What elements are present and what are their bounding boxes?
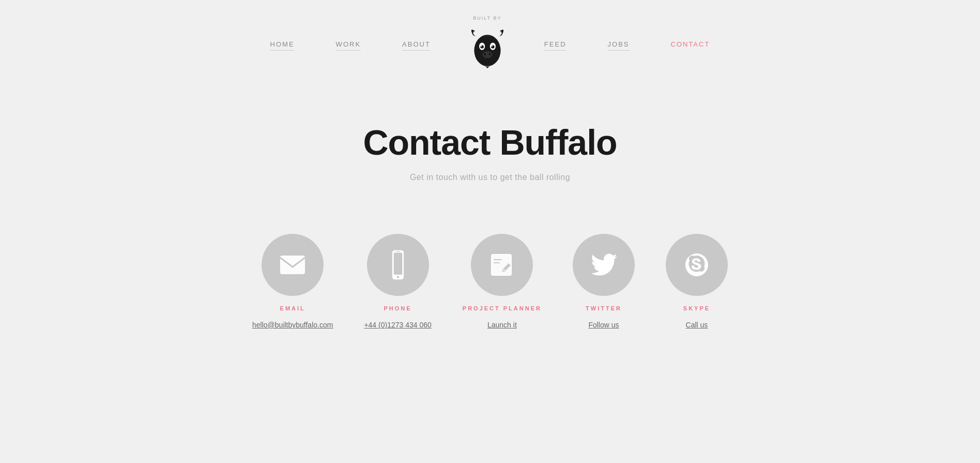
- phone-link[interactable]: +44 (0)1273 434 060: [364, 321, 431, 329]
- nav-work[interactable]: WORK: [315, 36, 381, 55]
- svg-rect-19: [494, 262, 500, 263]
- email-link[interactable]: hello@builtbybuffalo.com: [252, 321, 333, 329]
- email-label: EMAIL: [280, 305, 305, 311]
- hero-subtitle: Get in touch with us to get the ball rol…: [0, 173, 980, 182]
- skype-link[interactable]: Call us: [686, 321, 708, 329]
- svg-point-0: [474, 35, 500, 66]
- project-icon: [489, 252, 515, 278]
- logo-icon: [467, 24, 508, 76]
- project-label: PROJECT PLANNER: [463, 305, 542, 311]
- phone-icon: [388, 249, 408, 280]
- svg-rect-10: [280, 256, 305, 274]
- contact-card-twitter[interactable]: TWITTER Follow us: [573, 234, 635, 329]
- page-title: Contact Buffalo: [0, 122, 980, 162]
- skype-icon: [683, 251, 710, 278]
- built-by-label: BUILT BY: [473, 16, 501, 21]
- phone-label: PHONE: [384, 305, 412, 311]
- twitter-link[interactable]: Follow us: [588, 321, 619, 329]
- svg-point-8: [484, 53, 486, 55]
- contact-card-email[interactable]: EMAIL hello@builtbybuffalo.com: [252, 234, 333, 329]
- hero-section: Contact Buffalo Get in touch with us to …: [0, 81, 980, 213]
- nav-about[interactable]: ABOUT: [381, 36, 451, 55]
- nav-items: HOME WORK ABOUT BUILT BY: [250, 16, 731, 76]
- nav-jobs[interactable]: JOBS: [587, 36, 650, 55]
- skype-label: SKYPE: [683, 305, 710, 311]
- nav-feed[interactable]: FEED: [524, 36, 587, 55]
- skype-circle: [666, 234, 728, 296]
- twitter-circle: [573, 234, 635, 296]
- svg-rect-18: [494, 259, 502, 260]
- svg-rect-12: [393, 252, 402, 274]
- twitter-label: TWITTER: [586, 305, 622, 311]
- twitter-icon: [589, 253, 618, 277]
- project-circle: [471, 234, 533, 296]
- email-icon: [279, 255, 306, 275]
- contact-card-skype[interactable]: SKYPE Call us: [666, 234, 728, 329]
- svg-rect-14: [396, 251, 400, 252]
- phone-circle: [367, 234, 429, 296]
- contact-card-project[interactable]: PROJECT PLANNER Launch it: [463, 234, 542, 329]
- contact-section: EMAIL hello@builtbybuffalo.com PHONE +44…: [0, 213, 980, 360]
- logo-container: BUILT BY: [451, 16, 524, 76]
- nav-home[interactable]: HOME: [250, 36, 315, 55]
- svg-point-13: [396, 276, 399, 278]
- svg-point-6: [491, 46, 492, 47]
- svg-point-9: [488, 53, 491, 55]
- contact-card-phone[interactable]: PHONE +44 (0)1273 434 060: [364, 234, 431, 329]
- main-nav: HOME WORK ABOUT BUILT BY: [0, 0, 980, 81]
- nav-contact[interactable]: CONTACT: [650, 36, 731, 55]
- email-circle: [262, 234, 324, 296]
- project-link[interactable]: Launch it: [487, 321, 517, 329]
- svg-point-5: [481, 46, 482, 47]
